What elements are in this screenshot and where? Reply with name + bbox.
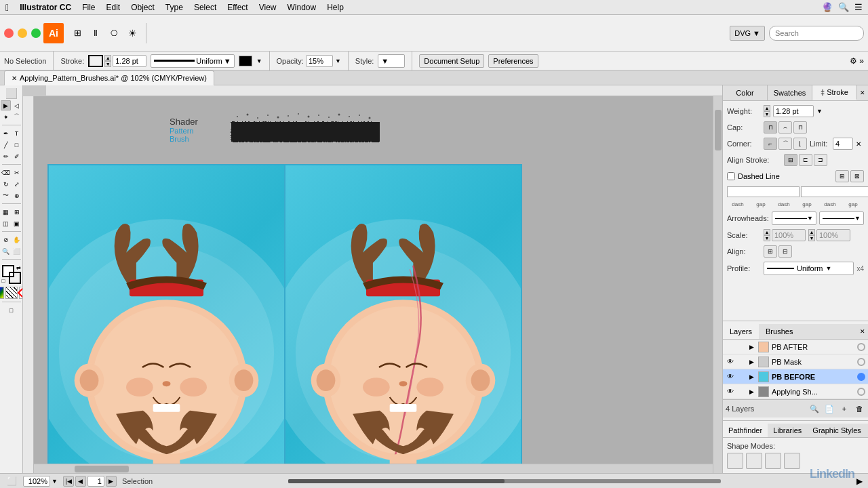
blend-tool-btn[interactable]: ▣: [12, 218, 22, 228]
menu-select[interactable]: Select: [194, 3, 216, 12]
magic-wand-tool-btn[interactable]: ✦: [1, 112, 11, 122]
search-input[interactable]: [769, 26, 864, 41]
layer-vis-applying[interactable]: 👁: [726, 387, 735, 396]
doc-tab-item[interactable]: ✕ Applying_Pattern_Brushes.ai* @ 102% (C…: [4, 70, 214, 85]
icon-3-btn[interactable]: ⎔: [106, 25, 122, 41]
unite-btn[interactable]: [727, 453, 743, 469]
tab-stroke[interactable]: ‡ Stroke: [812, 85, 857, 100]
scale2-input[interactable]: [816, 229, 850, 241]
miter-join-btn[interactable]: ⌐: [764, 138, 777, 150]
scale1-up-btn[interactable]: ▲: [764, 229, 770, 235]
search-icon[interactable]: 🔍: [838, 2, 849, 12]
minus-front-btn[interactable]: [746, 453, 762, 469]
layer-vis-pb-before[interactable]: 👁: [726, 372, 735, 382]
layer-expand-pb-after[interactable]: ▶: [747, 343, 755, 351]
menu-window[interactable]: Window: [288, 3, 317, 12]
align-outside-btn[interactable]: ⊐: [814, 154, 827, 166]
weight-spinner[interactable]: ▲ ▼: [764, 105, 770, 117]
layer-vis-pb-after[interactable]: [726, 342, 735, 352]
icon-2-btn[interactable]: Ⅱ: [87, 25, 104, 41]
pen-tool-btn[interactable]: ✒: [1, 128, 11, 138]
layer-item-pb-before[interactable]: 👁 ▶ PB BEFORE: [723, 369, 868, 384]
stroke-width-dropdown[interactable]: Uniform ▼: [151, 54, 234, 68]
warp-tool-btn[interactable]: 〜: [1, 190, 11, 201]
dash-1-input[interactable]: [727, 186, 800, 197]
gradient-tool-btn[interactable]: ◫: [1, 218, 11, 228]
layer-expand-pb-before[interactable]: ▶: [747, 373, 755, 381]
limit-input[interactable]: [833, 138, 853, 150]
layer-lock-pb-after[interactable]: [736, 342, 746, 352]
layer-item-pb-after[interactable]: ▶ PB AFTER: [723, 340, 868, 354]
color-chevron-icon[interactable]: ▼: [256, 58, 262, 64]
artboard-icon[interactable]: ⬜: [5, 475, 18, 487]
page-input[interactable]: [87, 476, 104, 487]
scrollbar-h-thumb[interactable]: [75, 466, 129, 472]
layer-expand-applying[interactable]: ▶: [747, 388, 755, 396]
layer-vis-pb-mask[interactable]: 👁: [726, 357, 735, 367]
arrow-end-dropdown[interactable]: ▼: [819, 211, 864, 225]
scissors-tool-btn[interactable]: ✂: [12, 167, 22, 178]
tab-color[interactable]: Color: [723, 85, 768, 100]
layers-close-btn[interactable]: ✕: [857, 324, 868, 339]
maximize-window-btn[interactable]: [31, 28, 41, 38]
icon-4-btn[interactable]: ☀: [124, 25, 140, 41]
align-inside-btn[interactable]: ⊏: [799, 154, 812, 166]
scrollbar-v-thumb[interactable]: [715, 110, 722, 150]
weight-input[interactable]: [773, 105, 814, 117]
gap-1-input[interactable]: [801, 186, 868, 197]
bevel-join-btn[interactable]: ⌊: [793, 138, 807, 150]
layers-delete-btn[interactable]: 🗑: [853, 403, 865, 415]
paintbrush-tool-btn[interactable]: ✏: [1, 151, 11, 161]
opacity-input[interactable]: [306, 55, 333, 67]
mesh-tool-btn[interactable]: ⊞: [12, 207, 22, 217]
stroke-color-indicator[interactable]: [88, 55, 103, 67]
menu-edit[interactable]: Edit: [106, 3, 120, 12]
icon-1-btn[interactable]: ⊞: [69, 25, 85, 41]
artboard-tool-btn[interactable]: ⬜: [12, 246, 22, 256]
menu-file[interactable]: File: [82, 3, 95, 12]
profile-dropdown[interactable]: Uniform ▼: [764, 262, 854, 275]
rotate-tool-btn[interactable]: ↻: [1, 179, 11, 189]
dashed-line-checkbox[interactable]: [727, 172, 735, 180]
puppet-tool-btn[interactable]: ⊕: [12, 190, 22, 201]
layers-search-btn[interactable]: 🔍: [808, 403, 821, 415]
round-join-btn[interactable]: ⌒: [778, 138, 792, 150]
control-icon[interactable]: ☰: [854, 2, 863, 12]
preferences-btn[interactable]: Preferences: [488, 54, 538, 68]
doc-tab-close-icon[interactable]: ✕: [12, 75, 17, 82]
toolbar-settings-icon[interactable]: ⚙: [850, 56, 857, 66]
status-nav-icon[interactable]: ▶: [856, 476, 863, 486]
menu-type[interactable]: Type: [165, 3, 183, 12]
color-fill-box[interactable]: [239, 56, 252, 66]
layer-lock-applying[interactable]: [736, 387, 746, 396]
weight-down-btn[interactable]: ▼: [764, 111, 770, 117]
horizontal-scrollbar[interactable]: [34, 464, 713, 473]
zoom-input[interactable]: [23, 476, 50, 487]
type-tool-btn[interactable]: T: [12, 128, 22, 138]
vertical-scrollbar[interactable]: [713, 96, 722, 473]
swap-fill-stroke-btn[interactable]: ⇄: [16, 265, 21, 271]
hand-tool-btn[interactable]: ✋: [12, 235, 22, 245]
layer-lock-pb-before[interactable]: [736, 372, 746, 382]
dash-style-2-btn[interactable]: ⊠: [850, 170, 864, 182]
tab-libraries[interactable]: Libraries: [768, 424, 807, 437]
apple-menu[interactable]: : [5, 2, 9, 13]
tab-swatches[interactable]: Swatches: [768, 85, 812, 100]
scale-tool-btn[interactable]: ⤢: [12, 179, 22, 189]
zoom-chevron-icon[interactable]: ▼: [52, 478, 58, 485]
tab-pathfinder[interactable]: Pathfinder: [723, 424, 768, 437]
chart-tool-btn[interactable]: ▦: [1, 207, 11, 217]
eraser-tool-btn[interactable]: ⌫: [1, 167, 11, 178]
align-center-btn[interactable]: ⊟: [784, 154, 797, 166]
layer-color-pb-mask[interactable]: [857, 358, 865, 366]
layers-add-btn[interactable]: 📄: [823, 403, 835, 415]
lasso-tool-btn[interactable]: ⌒: [12, 112, 22, 122]
line-tool-btn[interactable]: ╱: [1, 140, 11, 150]
layer-color-applying[interactable]: [857, 388, 865, 396]
eyedropper-tool-btn[interactable]: ⊘: [1, 235, 11, 245]
stroke-value-input[interactable]: [113, 55, 146, 67]
layer-lock-pb-mask[interactable]: [736, 357, 746, 367]
projecting-cap-btn[interactable]: ⊓: [793, 121, 807, 134]
stroke-color-btn[interactable]: [9, 272, 21, 284]
pencil-tool-btn[interactable]: ✐: [12, 151, 22, 161]
